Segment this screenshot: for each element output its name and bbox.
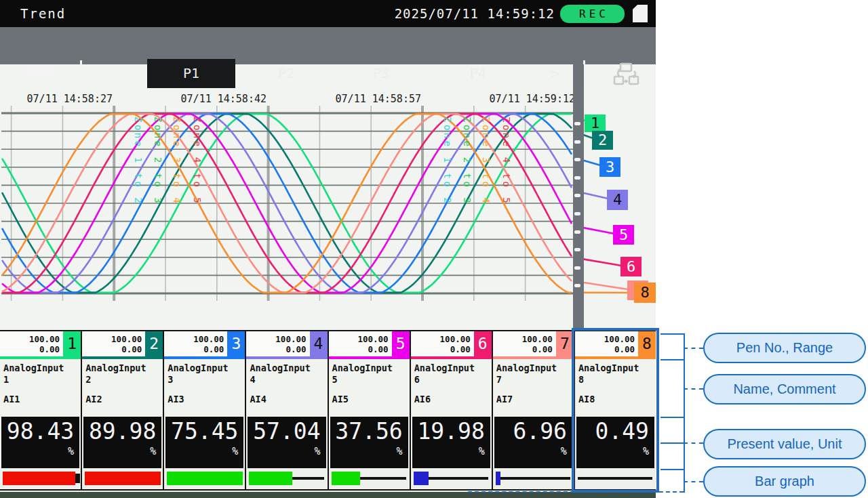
range-values: 100.000.00 — [193, 334, 224, 354]
range-values: 100.000.00 — [29, 334, 60, 354]
present-value: 89.98 — [83, 418, 156, 445]
cursor-scale-tick — [574, 122, 580, 125]
svg-text:Zone 3 to 4: Zone 3 to 4 — [481, 117, 492, 205]
pen-color-underline — [493, 356, 574, 359]
display-rotation-icon[interactable] — [612, 62, 642, 87]
name-row: AnalogInput 1 AI1 — [0, 359, 81, 417]
time-tick-label: 07/11 14:59:12 — [467, 93, 575, 105]
present-value: 98.43 — [1, 418, 74, 445]
unit-label: % — [412, 446, 485, 457]
range-values: 100.000.00 — [275, 334, 306, 354]
range-row: 100.000.00 7 — [493, 331, 574, 359]
tab-p3[interactable]: P3 — [361, 59, 401, 88]
tab-p2[interactable]: P2 — [266, 59, 307, 88]
tab-p1[interactable]: P1 — [147, 59, 235, 88]
bar-fill — [414, 472, 429, 485]
callout-name-comment: Name, Comment — [703, 374, 866, 404]
present-value-display: 6.96 % — [494, 417, 572, 468]
clock: 2025/07/11 14:59:12 — [395, 6, 555, 21]
svg-text:Zone 2 to 3: Zone 2 to 3 — [153, 117, 163, 205]
pen-number-badge: 5 — [392, 331, 410, 356]
name-row: AnalogInput 4 AI4 — [246, 359, 327, 417]
channel-panel-6[interactable]: 100.000.00 6 AnalogInput 6 AI6 19.98 % — [411, 331, 493, 489]
present-value-display: 37.56 % — [330, 417, 408, 468]
pen-flag-6: 6 — [620, 257, 642, 276]
svg-text:Zone 1 to 2: Zone 1 to 2 — [442, 117, 453, 205]
cursor-scale-tick — [574, 158, 580, 161]
cursor-scale-tick — [574, 230, 580, 234]
range-row: 100.000.00 1 — [0, 331, 81, 359]
channel-name: AnalogInput 6 — [414, 362, 477, 386]
name-row: AnalogInput 5 AI5 — [329, 359, 410, 417]
channel-panel-7[interactable]: 100.000.00 7 AnalogInput 7 AI7 6.96 % — [493, 331, 575, 489]
channel-comment: AI6 — [414, 394, 492, 405]
pen-color-underline — [164, 356, 245, 359]
bar-graph — [329, 468, 410, 489]
range-row: 100.000.00 4 — [246, 331, 327, 359]
next-pages-button[interactable]: > — [551, 59, 559, 88]
channel-comment: AI1 — [3, 394, 81, 405]
nav-bar: P1 P2 P3 P4 > — [0, 27, 656, 64]
channel-name: AnalogInput 2 — [85, 362, 148, 386]
present-value-display: 57.04 % — [248, 417, 326, 468]
channel8-highlight-box — [572, 328, 659, 493]
pen-color-underline — [246, 356, 327, 359]
present-value-display: 19.98 % — [412, 417, 490, 468]
callout-pen-range: Pen No., Range — [703, 333, 866, 363]
bar-graph — [246, 468, 327, 489]
range-row: 100.000.00 2 — [82, 331, 163, 359]
range-row: 100.000.00 5 — [329, 331, 410, 359]
present-value: 19.98 — [412, 418, 485, 445]
bar-fill — [249, 472, 292, 485]
channel-name: AnalogInput 5 — [332, 362, 395, 386]
pen-color-underline — [329, 356, 410, 359]
channel-name: AnalogInput 3 — [167, 362, 230, 386]
pen-color-underline — [411, 356, 492, 359]
channel-panel-3[interactable]: 100.000.00 3 AnalogInput 3 AI3 75.45 % — [164, 331, 246, 489]
range-row: 100.000.00 3 — [164, 331, 245, 359]
unit-label: % — [165, 446, 238, 457]
range-values: 100.000.00 — [111, 334, 142, 354]
range-values: 100.000.00 — [522, 334, 553, 354]
name-row: AnalogInput 2 AI2 — [82, 359, 163, 417]
bar-graph — [82, 468, 163, 489]
pen-number-badge: 3 — [227, 331, 245, 356]
channel-panel-1[interactable]: 100.000.00 1 AnalogInput 1 AI1 98.43 % — [0, 331, 82, 489]
pen-color-underline — [0, 356, 81, 359]
pen-flag-8: 8 — [634, 283, 656, 303]
channel-panel-strip: 100.000.00 1 AnalogInput 1 AI1 98.43 % 1… — [0, 330, 656, 491]
name-row: AnalogInput 7 AI7 — [493, 359, 574, 417]
recorder-screen: Trend 2025/07/11 14:59:12 REC P1 P2 P3 P… — [0, 0, 656, 498]
status-bar: Trend 2025/07/11 14:59:12 REC — [0, 0, 656, 27]
cursor-scale-tick — [574, 266, 580, 270]
time-tick-label: 07/11 14:58:27 — [4, 93, 113, 105]
bar-fill — [332, 472, 360, 485]
channel-panel-2[interactable]: 100.000.00 2 AnalogInput 2 AI2 89.98 % — [82, 331, 164, 489]
unit-label: % — [330, 446, 403, 457]
present-value: 37.56 — [330, 418, 403, 445]
channel-panel-5[interactable]: 100.000.00 5 AnalogInput 5 AI5 37.56 % — [329, 331, 411, 489]
pen-flag-2: 2 — [592, 131, 613, 150]
channel-comment: AI2 — [85, 394, 163, 405]
bar-fill — [496, 472, 500, 485]
channel-comment: AI7 — [496, 394, 574, 405]
pen-color-underline — [82, 356, 163, 359]
bar-graph — [411, 468, 492, 489]
present-value-display: 75.45 % — [165, 417, 243, 468]
unit-label: % — [494, 446, 567, 457]
name-row: AnalogInput 6 AI6 — [411, 359, 492, 417]
bar-graph — [0, 468, 81, 489]
svg-text:Zone 2 to 3: Zone 2 to 3 — [462, 117, 473, 205]
recording-status-badge: REC — [560, 5, 625, 23]
channel-panel-4[interactable]: 100.000.00 4 AnalogInput 4 AI4 57.04 % — [246, 331, 328, 489]
time-tick-label: 07/11 14:58:57 — [313, 93, 421, 105]
page-title: Trend — [20, 6, 66, 21]
menu-button[interactable] — [26, 66, 57, 83]
svg-text:Zone 1 to 2: Zone 1 to 2 — [133, 117, 144, 205]
present-value-display: 98.43 % — [1, 417, 79, 468]
unit-label: % — [248, 446, 320, 457]
tab-p4[interactable]: P4 — [458, 59, 498, 88]
pen-number-badge: 2 — [145, 331, 163, 356]
screen-bottom-strip — [0, 492, 656, 498]
bar-fill — [85, 472, 161, 485]
